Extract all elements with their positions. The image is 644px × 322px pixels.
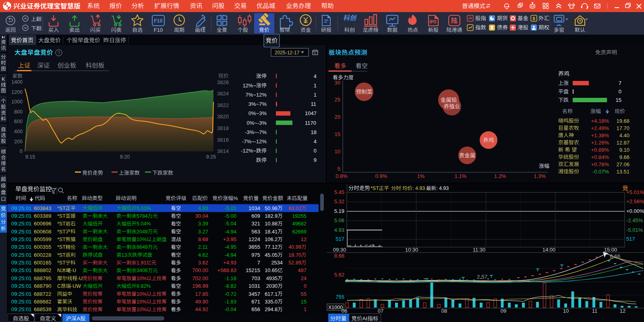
svg-text:+1.26%: +1.26%	[591, 140, 609, 146]
svg-text:15215: 15215	[246, 267, 260, 273]
svg-text:1034: 1034	[248, 205, 260, 211]
svg-text:18.70: 18.70	[288, 252, 301, 258]
svg-text:2.57: 2.57	[477, 274, 487, 280]
svg-text:+2.49%: +2.49%	[591, 125, 609, 131]
svg-text:09:25:01: 09:25:01	[11, 205, 32, 211]
svg-text:5.01%: 5.01%	[137, 206, 151, 211]
svg-text:12%~: 12%~	[242, 83, 256, 89]
svg-text:09:25:01: 09:25:01	[11, 252, 32, 258]
svg-text:3820: 3820	[217, 114, 229, 120]
svg-text:*ST: *ST	[57, 252, 66, 258]
svg-text:603389: 603389	[34, 213, 51, 219]
svg-text:600608: 600608	[34, 229, 51, 235]
svg-text:9.66: 9.66	[619, 154, 630, 160]
svg-text:-1.18: -1.18	[224, 275, 236, 281]
svg-text:09:25:01: 09:25:01	[11, 283, 32, 289]
svg-text:-4.95: -4.95	[224, 244, 236, 250]
svg-text:2534: 2534	[271, 260, 283, 266]
svg-text:15:00: 15:00	[604, 247, 617, 253]
svg-text:755: 755	[335, 294, 344, 300]
svg-text:*ST: *ST	[371, 186, 379, 191]
svg-text:*ST: *ST	[57, 260, 66, 266]
svg-text:+0.89%: +0.89%	[591, 147, 609, 153]
svg-text:9:15: 9:15	[25, 154, 35, 160]
svg-text:9:20: 9:20	[120, 154, 130, 160]
svg-text:09:25:01: 09:25:01	[11, 306, 32, 312]
svg-text:517: 517	[626, 236, 635, 242]
svg-text:600165: 600165	[34, 260, 51, 266]
svg-text:609: 609	[251, 213, 260, 219]
svg-text:3818: 3818	[217, 125, 229, 131]
svg-text:IPO: IPO	[429, 20, 436, 24]
svg-text:3408: 3408	[137, 268, 148, 273]
svg-text:09:25:01: 09:25:01	[11, 299, 32, 305]
svg-text:10%: 10%	[137, 276, 147, 281]
svg-text:8.66: 8.66	[610, 253, 620, 259]
svg-text:3822: 3822	[217, 102, 229, 108]
svg-text:49682: 49682	[292, 221, 306, 227]
svg-text:8.66: 8.66	[334, 253, 344, 259]
svg-text:10%: 10%	[137, 299, 147, 305]
svg-text:: 4.93: : 4.93	[412, 186, 425, 191]
svg-text:11: 11	[311, 101, 317, 107]
svg-text:52.89: 52.89	[288, 260, 301, 266]
svg-text:800: 800	[14, 109, 23, 115]
svg-text:-U: -U	[77, 276, 83, 281]
svg-text:1047: 1047	[305, 110, 317, 116]
svg-text:600599: 600599	[34, 236, 51, 242]
svg-text:AI: AI	[362, 316, 368, 322]
svg-text:3824: 3824	[217, 91, 229, 97]
svg-text:13: 13	[122, 252, 127, 258]
svg-text:12: 12	[301, 236, 306, 242]
svg-text:11: 11	[592, 308, 598, 314]
svg-text:0: 0	[304, 283, 306, 289]
svg-text:09:25:01: 09:25:01	[11, 236, 32, 242]
svg-text:C: C	[57, 283, 61, 289]
svg-text:+4.93: +4.93	[223, 260, 236, 266]
svg-text:?: ?	[58, 50, 60, 56]
svg-text:-4.94: -4.94	[224, 252, 236, 258]
svg-text:-12%~: -12%~	[241, 148, 256, 154]
svg-text:3%~7%: 3%~7%	[248, 101, 267, 107]
svg-text:656: 656	[251, 306, 260, 312]
svg-text:5784: 5784	[137, 213, 148, 219]
svg-text:0%~-3%: 0%~-3%	[247, 120, 267, 126]
svg-text:1: 1	[314, 92, 317, 98]
svg-text:0%~3%: 0%~3%	[248, 110, 267, 116]
svg-text:5.19: 5.19	[334, 208, 344, 214]
svg-text:30.04: 30.04	[195, 213, 209, 219]
svg-text:617.1: 617.1	[265, 291, 277, 297]
svg-text:688539: 688539	[34, 306, 51, 312]
svg-text:06: 06	[342, 308, 347, 314]
svg-text:9: 9	[314, 157, 317, 163]
svg-text:294.8: 294.8	[265, 306, 277, 312]
svg-text:2025-12-17: 2025-12-17	[275, 50, 300, 56]
svg-text:77.12: 77.12	[265, 244, 277, 250]
svg-text:1.1%: 1.1%	[454, 173, 466, 179]
svg-text:27.06: 27.06	[617, 161, 630, 167]
svg-text:3816: 3816	[217, 137, 229, 143]
svg-text:F10: F10	[154, 18, 163, 24]
svg-text:1170: 1170	[305, 120, 316, 126]
svg-text:688682: 688682	[34, 299, 51, 305]
svg-text:+3.95: +3.95	[223, 236, 236, 242]
svg-text:+0.84%: +0.84%	[591, 154, 609, 160]
svg-text:09:30: 09:30	[333, 247, 346, 253]
svg-text:182.9: 182.9	[265, 213, 277, 219]
svg-text:517: 517	[335, 236, 344, 242]
svg-text:+0.00%: +0.00%	[626, 208, 644, 214]
svg-text:10:30: 10:30	[405, 247, 418, 253]
svg-text:10%: 10%	[137, 237, 147, 242]
svg-text:50.98: 50.98	[265, 205, 277, 211]
svg-text:15: 15	[616, 97, 621, 103]
svg-text:700.00: 700.00	[192, 267, 208, 273]
svg-text:5.32: 5.32	[334, 198, 344, 204]
svg-text:688795: 688795	[34, 275, 51, 281]
svg-text:2030: 2030	[266, 283, 277, 289]
svg-text:4: 4	[314, 138, 317, 144]
svg-text:2049: 2049	[137, 229, 148, 235]
svg-text:10%: 10%	[137, 291, 147, 297]
svg-text:09:25:01: 09:25:01	[11, 244, 32, 250]
svg-text:0.9%: 0.9%	[375, 173, 387, 179]
svg-text:10.65: 10.65	[265, 267, 277, 273]
